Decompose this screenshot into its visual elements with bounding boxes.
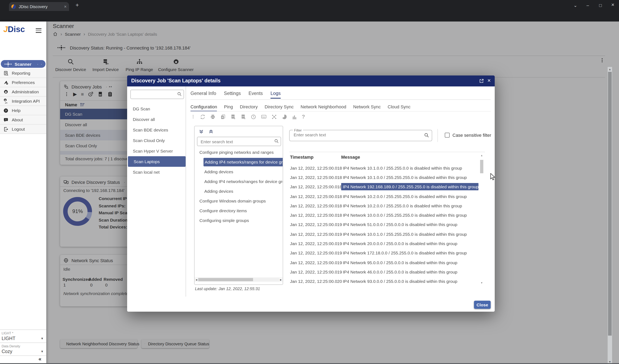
filter-input[interactable] (293, 132, 416, 137)
filter-field[interactable]: Filter (289, 130, 432, 141)
tab-directory[interactable]: Directory (240, 104, 258, 112)
case-sensitive-checkbox[interactable] (445, 133, 450, 137)
scrollbar-thumb[interactable] (608, 72, 612, 336)
table-row[interactable]: Jan 12, 2022, 12:25:00.019IP4 Network 51… (289, 220, 478, 229)
job-search-input[interactable] (130, 90, 184, 99)
dialog-close-icon[interactable]: × (487, 77, 491, 84)
column-message[interactable]: Message (341, 155, 360, 160)
history-icon[interactable] (251, 114, 256, 120)
help-icon[interactable]: ? (302, 114, 305, 120)
collapse-all-icon[interactable] (208, 129, 214, 134)
list-item[interactable]: Scan Hyper V Server (127, 146, 186, 156)
tab-directory-sync[interactable]: Directory Sync (265, 104, 294, 112)
export-xls-icon[interactable] (230, 114, 236, 120)
window-close-icon[interactable]: × (611, 2, 614, 7)
table-row[interactable]: Jan 12, 2022, 12:25:00.018IP4 Network 10… (289, 163, 478, 173)
sidebar-item-label: Reporting (12, 71, 30, 76)
scroll-up-icon[interactable]: ▲ (608, 68, 612, 71)
page-scrollbar[interactable]: ▲ ▼ (608, 67, 612, 364)
hamburger-icon[interactable] (36, 28, 42, 34)
new-tab-button[interactable]: + (76, 2, 79, 8)
sidebar-item-administration[interactable]: Administration (0, 87, 46, 96)
sidebar-item-reporting[interactable]: Reporting (0, 68, 46, 78)
expand-all-icon[interactable] (199, 129, 204, 134)
tab-events[interactable]: Events (249, 91, 263, 99)
tree-item-selected[interactable]: Adding IP4 networks/ranges for device gr… (203, 158, 283, 166)
tab-ping[interactable]: Ping (224, 104, 233, 112)
refresh-icon[interactable] (200, 114, 206, 120)
copy-icon[interactable] (220, 114, 226, 120)
sidebar: JDisc Scanner ∙ ∙ Reporting Preferences … (0, 22, 46, 364)
table-row[interactable]: Jan 12, 2022, 12:25:00.020IP4 Network 93… (289, 277, 478, 286)
kebab-icon[interactable] (191, 114, 195, 119)
table-row[interactable]: Jan 12, 2022, 12:25:00.019IP4 Network 10… (289, 229, 478, 239)
scroll-down-icon[interactable]: ▼ (608, 360, 612, 363)
hub-icon[interactable] (271, 114, 277, 120)
window-maximize-icon[interactable]: □ (599, 3, 602, 8)
scrollbar-thumb[interactable] (480, 160, 483, 173)
sidebar-item-integration-api[interactable]: Integration API (0, 96, 46, 106)
list-item[interactable]: Scan BDE devices (127, 125, 186, 135)
tab-network-sync[interactable]: Network Sync (353, 104, 381, 112)
table-row[interactable]: Jan 12, 2022, 12:25:00.019IP4 Network 17… (289, 248, 478, 258)
scroll-down-icon[interactable]: ▼ (480, 282, 484, 284)
table-row[interactable]: Jan 12, 2022, 12:25:00.019IP4 Network 20… (289, 239, 478, 248)
search-input[interactable] (200, 137, 264, 145)
sql-icon[interactable] (261, 114, 267, 120)
sidebar-item-label: Preferences (12, 80, 35, 85)
close-button[interactable]: Close (474, 301, 491, 309)
tab-configuration[interactable]: Configuration (191, 104, 217, 112)
table-row[interactable]: Jan 12, 2022, 12:25:00.018IP4 Network 10… (289, 173, 478, 182)
table-row[interactable]: Jan 12, 2022, 12:25:00.018IP4 Network 10… (289, 210, 478, 220)
scroll-up-icon[interactable]: ▲ (480, 154, 484, 157)
table-row[interactable]: Jan 12, 2022, 12:25:00.019IP4 Network 46… (289, 267, 478, 277)
tree-search-input[interactable] (197, 137, 281, 146)
tree-item[interactable]: Adding IP4 networks/ranges for device gr… (195, 176, 283, 186)
sidebar-item-about[interactable]: About (0, 115, 46, 125)
case-sensitive-label: Case sensitive filter (452, 133, 491, 137)
tab-settings[interactable]: Settings (224, 91, 241, 99)
search-input[interactable] (133, 91, 174, 98)
window-minimize-icon[interactable]: – (587, 3, 589, 8)
theme-select[interactable]: LIGHT * LIGHT ▾ (0, 332, 46, 341)
list-item[interactable]: Scan Cloud Only (127, 135, 186, 146)
tree-item[interactable]: Adding devices (195, 167, 283, 176)
vertical-scrollbar[interactable]: ▲ ▼ (480, 153, 484, 285)
sidebar-item-help[interactable]: Help (0, 106, 46, 115)
browser-tab[interactable]: JDisc Discovery × (9, 2, 69, 11)
list-item[interactable]: Discover all (127, 114, 186, 125)
scroll-right-icon[interactable]: ▸ (279, 278, 283, 282)
density-select[interactable]: Data Density Cozy ▾ (0, 345, 46, 354)
bar-chart-icon[interactable] (292, 114, 297, 120)
tree-item[interactable]: Configure Windows domain groups (195, 196, 283, 206)
table-row[interactable]: Jan 12, 2022, 12:25:00.018IP4 Network 10… (289, 201, 478, 210)
tree-item[interactable]: Configure directory items (195, 206, 283, 216)
tree-item[interactable]: Adding devices (195, 186, 283, 196)
list-item[interactable]: DG Scan (127, 104, 186, 114)
table-row[interactable]: Jan 12, 2022, 12:25:00.019IP4 Network 95… (289, 258, 478, 267)
tab-logs[interactable]: Logs (270, 91, 281, 99)
window-menu-icon[interactable]: ⌄ (574, 3, 577, 8)
tree-item[interactable]: Configure pinging networks and ranges (195, 147, 283, 157)
tab-general-info[interactable]: General Info (191, 91, 216, 99)
pie-chart-icon[interactable] (281, 114, 287, 120)
scroll-left-icon[interactable]: ◂ (195, 278, 198, 282)
scrollbar-thumb[interactable] (198, 278, 253, 281)
column-timestamp[interactable]: Timestamp (290, 155, 341, 160)
tab-cloud-sync[interactable]: Cloud Sync (388, 104, 411, 112)
print-icon[interactable] (210, 114, 216, 120)
export-csv-icon[interactable] (240, 114, 246, 120)
sidebar-collapse-icon[interactable]: « (0, 356, 46, 364)
list-item[interactable]: Scan local net (127, 167, 186, 177)
table-row[interactable]: Jan 12, 2022, 12:25:00.018IP4 Network 10… (289, 191, 478, 201)
table-row-selected[interactable]: Jan 12, 2022, 12:25:00.018IP4 Network 19… (289, 182, 478, 191)
tab-close-icon[interactable]: × (64, 4, 67, 9)
sidebar-item-scanner[interactable]: Scanner ∙ ∙ (1, 60, 45, 68)
sidebar-item-logout[interactable]: Logout (0, 125, 46, 134)
sidebar-item-preferences[interactable]: Preferences (0, 78, 46, 87)
list-item-selected[interactable]: Scan Laptops (128, 156, 186, 167)
open-in-new-icon[interactable] (479, 78, 484, 84)
tree-item[interactable]: Configuring simple groups (195, 216, 283, 225)
tab-network-neighborhood[interactable]: Network Neighborhood (301, 104, 346, 112)
horizontal-scrollbar[interactable]: ◂ ▸ (195, 277, 283, 282)
